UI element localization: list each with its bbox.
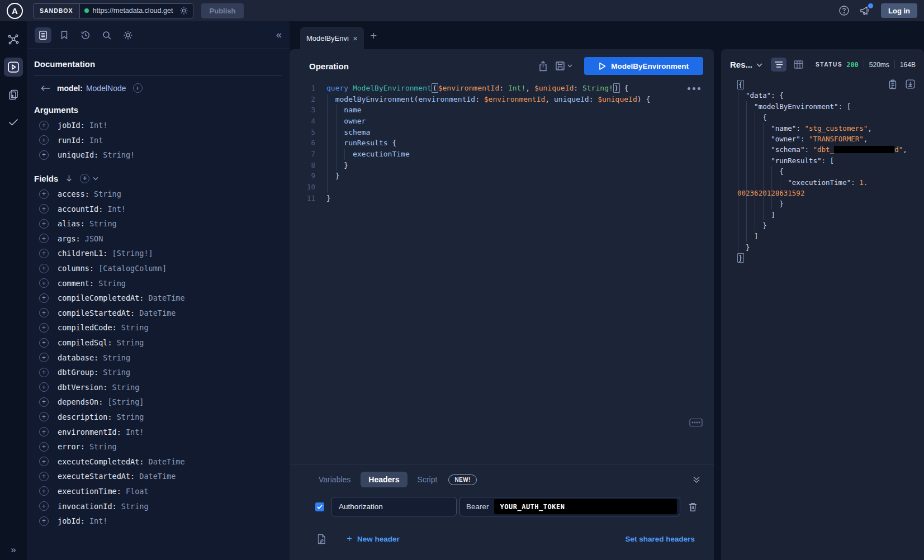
field-row[interactable]: +dbtVersion: String	[34, 380, 282, 395]
header-name-input[interactable]: Authorization	[331, 497, 457, 516]
add-to-operation-icon[interactable]: +	[39, 472, 49, 481]
field-row[interactable]: +executeCompletedAt: DateTime	[34, 454, 282, 469]
sidebar-item-explorer[interactable]	[4, 58, 23, 77]
response-table-view-button[interactable]	[790, 58, 806, 72]
add-all-fields-icon[interactable]: +	[133, 83, 143, 93]
save-operation-button[interactable]	[555, 61, 572, 71]
header-value-input[interactable]: Bearer YOUR_AUTH_TOKEN	[459, 497, 680, 516]
new-header-button[interactable]: + New header	[347, 533, 400, 544]
tab-variables[interactable]: Variables	[314, 472, 356, 487]
add-to-operation-icon[interactable]: +	[39, 308, 49, 317]
fields-options-chevron-icon[interactable]	[93, 177, 98, 181]
field-row[interactable]: +columns: [CatalogColumn]	[34, 261, 282, 276]
add-to-operation-icon[interactable]: +	[39, 457, 49, 466]
field-row[interactable]: +dbtGroup: String	[34, 365, 282, 380]
tab-headers[interactable]: Headers	[361, 472, 407, 487]
add-to-operation-icon[interactable]: +	[39, 293, 49, 303]
explorer-settings-button[interactable]	[120, 27, 136, 43]
header-enabled-checkbox[interactable]	[315, 502, 324, 511]
editor-code[interactable]: query ModelByEnvironment($environmentId:…	[326, 83, 707, 203]
publish-button[interactable]: Publish	[201, 3, 244, 18]
field-row[interactable]: +error: String	[34, 439, 282, 454]
add-to-operation-icon[interactable]: +	[39, 278, 49, 288]
field-row[interactable]: +compileCompletedAt: DateTime	[34, 291, 282, 306]
add-to-operation-icon[interactable]: +	[39, 501, 49, 511]
sort-fields-icon[interactable]	[65, 174, 73, 182]
response-tree-view-button[interactable]	[771, 58, 786, 72]
add-to-operation-icon[interactable]: +	[39, 338, 49, 348]
argument-row[interactable]: +jobId: Int!	[34, 118, 282, 133]
back-arrow-icon[interactable]	[41, 84, 50, 92]
model-type-link[interactable]: ModelNode	[86, 84, 126, 93]
add-to-operation-icon[interactable]: +	[39, 427, 49, 436]
add-to-operation-icon[interactable]: +	[39, 486, 49, 496]
field-row[interactable]: +alias: String	[34, 216, 282, 231]
apollo-logo[interactable]: A	[7, 3, 23, 19]
field-row[interactable]: +executionTime: Float	[34, 484, 282, 499]
tab-script[interactable]: Script	[413, 472, 443, 487]
save-options-chevron-icon[interactable]	[567, 64, 572, 68]
add-fields-icon[interactable]: +	[80, 174, 89, 183]
add-to-operation-icon[interactable]: +	[39, 135, 49, 145]
operation-tab[interactable]: ModelByEnvi... ×	[300, 27, 364, 50]
field-row[interactable]: +jobId: Int!	[34, 514, 282, 529]
field-row[interactable]: +invocationId: String	[34, 499, 282, 514]
add-to-operation-icon[interactable]: +	[39, 189, 49, 199]
add-to-operation-icon[interactable]: +	[39, 150, 49, 160]
add-to-operation-icon[interactable]: +	[39, 442, 49, 452]
announcements-megaphone-icon[interactable]	[859, 5, 871, 16]
sidebar-item-operations[interactable]	[4, 85, 23, 104]
login-button[interactable]: Log in	[881, 3, 917, 18]
operation-editor[interactable]: 1234567891011 query ModelByEnvironment($…	[290, 83, 714, 396]
field-row[interactable]: +database: String	[34, 350, 282, 365]
add-to-operation-icon[interactable]: +	[39, 412, 49, 421]
collapse-doc-panel-button[interactable]: «	[276, 29, 282, 41]
add-to-operation-icon[interactable]: +	[39, 382, 49, 392]
field-row[interactable]: +access: String	[34, 187, 282, 202]
field-row[interactable]: +executeStartedAt: DateTime	[34, 469, 282, 484]
expand-rail-button[interactable]: »	[0, 544, 27, 556]
field-row[interactable]: +environmentId: Int!	[34, 424, 282, 439]
add-to-operation-icon[interactable]: +	[39, 234, 49, 243]
help-icon[interactable]	[838, 5, 850, 16]
field-row[interactable]: +comment: String	[34, 276, 282, 291]
field-row[interactable]: +args: JSON	[34, 231, 282, 246]
add-to-operation-icon[interactable]: +	[39, 264, 49, 273]
add-to-operation-icon[interactable]: +	[39, 323, 49, 333]
field-row[interactable]: +accountId: Int!	[34, 201, 282, 216]
argument-row[interactable]: +uniqueId: String!	[34, 148, 282, 163]
download-response-icon[interactable]	[906, 79, 915, 89]
add-to-operation-icon[interactable]: +	[39, 353, 49, 362]
endpoint-url[interactable]: https://metadata.cloud.get	[93, 7, 176, 15]
history-button[interactable]	[77, 27, 94, 43]
copy-response-icon[interactable]	[888, 79, 897, 89]
field-row[interactable]: +childrenL1: [String!]	[34, 246, 282, 261]
share-operation-icon[interactable]	[538, 61, 548, 72]
field-row[interactable]: +compiledCode: String	[34, 320, 282, 335]
argument-row[interactable]: +runId: Int	[34, 133, 282, 148]
add-to-operation-icon[interactable]: +	[39, 397, 49, 407]
field-row[interactable]: +compiledSql: String	[34, 335, 282, 350]
auth-token-value[interactable]: YOUR_AUTH_TOKEN	[494, 499, 677, 514]
run-operation-button[interactable]: ModelByEnvironment	[584, 57, 703, 75]
endpoint-input[interactable]: https://metadata.cloud.get	[80, 4, 193, 18]
sidebar-item-checks[interactable]	[4, 112, 23, 131]
delete-header-icon[interactable]	[688, 502, 698, 512]
search-button[interactable]	[98, 27, 115, 43]
file-edit-icon[interactable]	[316, 534, 326, 544]
field-row[interactable]: +dependsOn: [String]	[34, 395, 282, 410]
add-to-operation-icon[interactable]: +	[39, 516, 49, 526]
collapse-request-panel-icon[interactable]	[693, 476, 700, 483]
response-dropdown-chevron-icon[interactable]	[756, 63, 762, 67]
field-row[interactable]: +compileStartedAt: DateTime	[34, 306, 282, 321]
documentation-tab-button[interactable]	[35, 27, 51, 43]
add-to-operation-icon[interactable]: +	[39, 204, 49, 213]
add-to-operation-icon[interactable]: +	[39, 249, 49, 258]
saved-operations-button[interactable]	[56, 27, 73, 43]
sidebar-item-schema[interactable]	[4, 30, 23, 49]
add-to-operation-icon[interactable]: +	[39, 368, 49, 377]
new-tab-button[interactable]: +	[370, 29, 377, 42]
add-to-operation-icon[interactable]: +	[39, 219, 49, 229]
keyboard-shortcuts-icon[interactable]	[689, 418, 703, 427]
set-shared-headers-link[interactable]: Set shared headers	[625, 535, 695, 543]
